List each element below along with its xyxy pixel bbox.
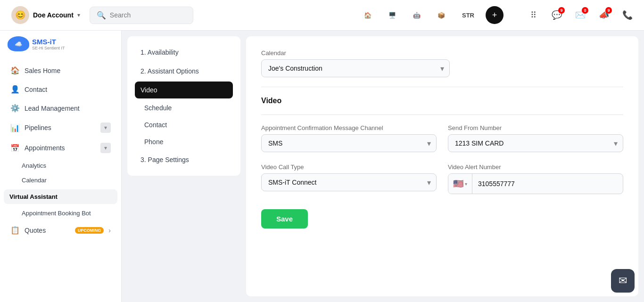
step-availability[interactable]: 1. Availability: [135, 44, 233, 61]
main-layout: ☁️ SMS-iT SE-Hi Sentient IT 🏠 Sales Home…: [0, 31, 644, 302]
form-panel: Calendar Joe's Construction ▾ Video Appo…: [246, 36, 638, 296]
sidebar-label-sales-home: Sales Home: [25, 67, 111, 74]
account-name: Doe Account: [33, 11, 74, 19]
step-video[interactable]: Video: [135, 82, 233, 98]
video-alert-group: Video Alert Number 🇺🇸 ▾: [448, 163, 623, 194]
video-alert-label: Video Alert Number: [448, 163, 623, 171]
gear-icon: ⚙️: [10, 104, 20, 113]
grid-icon[interactable]: ⠿: [524, 6, 542, 24]
quotes-icon: 📋: [10, 226, 20, 235]
sidebar-item-appointments[interactable]: 📅 Appointments ▾: [3, 138, 118, 158]
save-button[interactable]: Save: [261, 209, 308, 229]
logo-area: ☁️ SMS-iT SE-Hi Sentient IT: [0, 31, 121, 57]
sidebar-item-lead-management[interactable]: ⚙️ Lead Management: [3, 99, 118, 117]
step-contact[interactable]: Contact: [135, 117, 233, 132]
appointments-expand-icon[interactable]: ▾: [100, 143, 111, 153]
sidebar-item-pipelines[interactable]: 📊 Pipelines ▾: [3, 118, 118, 138]
phone-icon[interactable]: 📞: [619, 6, 636, 24]
step-contact-label: Contact: [144, 121, 167, 129]
sidebar-label-pipelines: Pipelines: [25, 124, 96, 131]
step-phone-label: Phone: [144, 138, 163, 146]
sidebar-label-contact: Contact: [25, 86, 111, 93]
sidebar-item-sales-home[interactable]: 🏠 Sales Home: [3, 61, 118, 80]
nav-monitor-icon[interactable]: 🖥️: [383, 9, 402, 22]
nav-str-label[interactable]: STR: [456, 9, 480, 22]
form-row-1: Appointment Confirmation Message Channel…: [261, 124, 623, 152]
step-video-label: Video: [140, 86, 157, 94]
flag-emoji: 🇺🇸: [453, 179, 463, 189]
sidebar-nav: 🏠 Sales Home 👤 Contact ⚙️ Lead Managemen…: [0, 57, 121, 302]
pipelines-expand-icon[interactable]: ▾: [100, 122, 111, 133]
sidebar-label-analytics: Analytics: [22, 162, 46, 169]
add-button[interactable]: +: [486, 6, 504, 24]
mail-icon[interactable]: ✉️ 0: [571, 6, 589, 24]
send-from-select-wrapper: 1213 SIM CARD ▾: [448, 134, 623, 152]
video-call-type-group: Video Call Type SMS-iT Connect ▾: [261, 163, 437, 194]
upcoming-badge: UPCOMING: [75, 227, 104, 234]
confirmation-channel-select[interactable]: SMS Email Both: [261, 134, 437, 152]
send-from-group: Send From Number 1213 SIM CARD ▾: [448, 124, 623, 152]
sidebar-item-quotes[interactable]: 📋 Quotes UPCOMING ›: [3, 221, 118, 239]
nav-box-icon[interactable]: 📦: [432, 9, 451, 22]
person-icon: 👤: [10, 85, 20, 94]
account-menu[interactable]: 😊 Doe Account ▾: [8, 4, 84, 26]
sidebar-item-appointment-booking-bot[interactable]: Appointment Booking Bot: [0, 206, 121, 220]
sidebar-label-lead-management: Lead Management: [25, 105, 111, 112]
content-area: 1. Availability 2. Assistant Options Vid…: [122, 31, 644, 302]
step-assistant-options-label: 2. Assistant Options: [140, 67, 199, 75]
sidebar-item-calendar[interactable]: Calendar: [0, 173, 121, 188]
step-phone[interactable]: Phone: [135, 134, 233, 149]
sidebar: ☁️ SMS-iT SE-Hi Sentient IT 🏠 Sales Home…: [0, 31, 122, 302]
chat-badge: 9: [558, 7, 565, 14]
avatar: 😊: [11, 6, 29, 24]
step-availability-label: 1. Availability: [140, 49, 179, 56]
calendar-select-wrapper: Joe's Construction ▾: [261, 59, 450, 77]
search-bar[interactable]: 🔍: [90, 7, 193, 24]
section-divider-2: [261, 114, 623, 115]
search-input[interactable]: [110, 11, 186, 19]
step-schedule[interactable]: Schedule: [135, 100, 233, 115]
video-call-type-label: Video Call Type: [261, 163, 437, 171]
send-from-label: Send From Number: [448, 124, 623, 131]
top-nav: 😊 Doe Account ▾ 🔍 🏠 🖥️ 🤖 📦 STR + ⠿ 💬 9 ✉…: [0, 0, 644, 31]
pipeline-icon: 📊: [10, 123, 20, 132]
sidebar-label-calendar: Calendar: [22, 177, 47, 184]
send-from-select[interactable]: 1213 SIM CARD: [448, 134, 623, 152]
form-row-2: Video Call Type SMS-iT Connect ▾ Video A…: [261, 163, 623, 194]
chevron-down-icon: ▾: [77, 12, 80, 18]
megaphone-icon[interactable]: 📣 9: [595, 6, 613, 24]
phone-flag-selector[interactable]: 🇺🇸 ▾: [448, 174, 472, 194]
video-alert-number-input[interactable]: [472, 175, 623, 192]
video-section-title: Video: [261, 97, 623, 105]
phone-input-wrapper: 🇺🇸 ▾: [448, 173, 623, 194]
home-icon: 🏠: [10, 66, 20, 75]
flag-chevron-icon: ▾: [465, 181, 467, 187]
nav-home-icon[interactable]: 🏠: [358, 9, 377, 22]
step-page-settings-label: 3. Page Settings: [140, 156, 189, 163]
video-call-type-select-wrapper: SMS-iT Connect ▾: [261, 173, 437, 191]
chat-icon[interactable]: 💬 9: [548, 6, 566, 24]
step-assistant-options[interactable]: 2. Assistant Options: [135, 63, 233, 80]
confirmation-channel-group: Appointment Confirmation Message Channel…: [261, 124, 437, 152]
section-divider-1: [261, 87, 623, 87]
confirmation-channel-label: Appointment Confirmation Message Channel: [261, 124, 437, 131]
nav-robot-icon[interactable]: 🤖: [407, 9, 426, 22]
logo-title: SMS-iT: [32, 38, 65, 46]
sidebar-item-virtual-assistant[interactable]: Virtual Assistant: [4, 189, 117, 204]
sidebar-item-contact[interactable]: 👤 Contact: [3, 80, 118, 98]
sidebar-item-analytics[interactable]: Analytics: [0, 158, 121, 173]
logo-icon: ☁️: [15, 41, 22, 48]
calendar-group: Calendar Joe's Construction ▾: [261, 49, 450, 77]
video-call-type-select[interactable]: SMS-iT Connect: [261, 173, 437, 191]
mail-badge: 0: [582, 7, 588, 14]
step-page-settings[interactable]: 3. Page Settings: [135, 151, 233, 168]
chat-widget[interactable]: ✉: [611, 269, 635, 293]
megaphone-badge: 9: [605, 7, 612, 14]
confirmation-channel-select-wrapper: SMS Email Both ▾: [261, 134, 437, 152]
calendar-select[interactable]: Joe's Construction: [261, 59, 450, 77]
steps-panel: 1. Availability 2. Assistant Options Vid…: [127, 36, 240, 176]
sidebar-label-appointments: Appointments: [25, 144, 96, 152]
calendar-label: Calendar: [261, 49, 450, 57]
sidebar-label-appointment-booking-bot: Appointment Booking Bot: [22, 210, 91, 217]
logo-subtitle: SE-Hi Sentient IT: [32, 46, 65, 50]
